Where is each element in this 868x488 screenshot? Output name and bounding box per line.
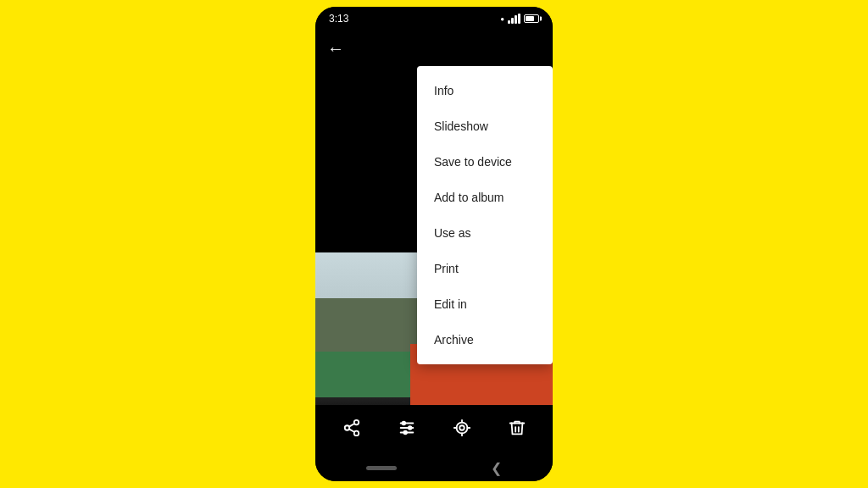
back-button[interactable]: ← [327, 39, 344, 58]
svg-line-3 [348, 429, 353, 432]
nav-bar: ❮ [315, 454, 553, 481]
svg-point-11 [456, 422, 467, 433]
target-icon [453, 419, 471, 437]
svg-point-12 [459, 425, 465, 430]
menu-item-print[interactable]: Print [417, 251, 553, 286]
battery-icon [524, 14, 539, 23]
crop-button[interactable] [446, 412, 478, 448]
delete-button[interactable] [501, 412, 533, 448]
status-bar: 3:13 ● [315, 7, 553, 30]
top-bar: ← [315, 30, 553, 66]
svg-point-8 [402, 421, 405, 424]
nav-back-chevron[interactable]: ❮ [491, 460, 502, 476]
share-icon [342, 419, 361, 437]
bottom-toolbar [315, 405, 553, 454]
context-menu: Info Slideshow Save to device Add to alb… [417, 66, 553, 364]
menu-item-add-to-album[interactable]: Add to album [417, 180, 553, 215]
svg-point-10 [403, 430, 407, 434]
phone-frame: 3:13 ● ← [315, 7, 553, 481]
signal-bars-icon [508, 14, 520, 24]
photo-area: Info Slideshow Save to device Add to alb… [315, 66, 553, 405]
status-time: 3:13 [329, 13, 348, 25]
adjust-button[interactable] [391, 412, 423, 448]
menu-item-archive[interactable]: Archive [417, 322, 553, 358]
svg-point-9 [408, 426, 411, 430]
menu-item-use-as[interactable]: Use as [417, 215, 553, 251]
menu-item-slideshow[interactable]: Slideshow [417, 108, 553, 144]
nav-pill[interactable] [366, 466, 397, 470]
share-button[interactable] [336, 412, 368, 448]
status-icons: ● [500, 14, 539, 24]
sliders-icon [398, 419, 416, 437]
trash-icon [508, 419, 526, 437]
status-dot-icon: ● [500, 15, 504, 23]
menu-item-edit-in[interactable]: Edit in [417, 286, 553, 322]
svg-line-4 [348, 423, 353, 426]
menu-item-info[interactable]: Info [417, 73, 553, 108]
menu-item-save-to-device[interactable]: Save to device [417, 144, 553, 180]
